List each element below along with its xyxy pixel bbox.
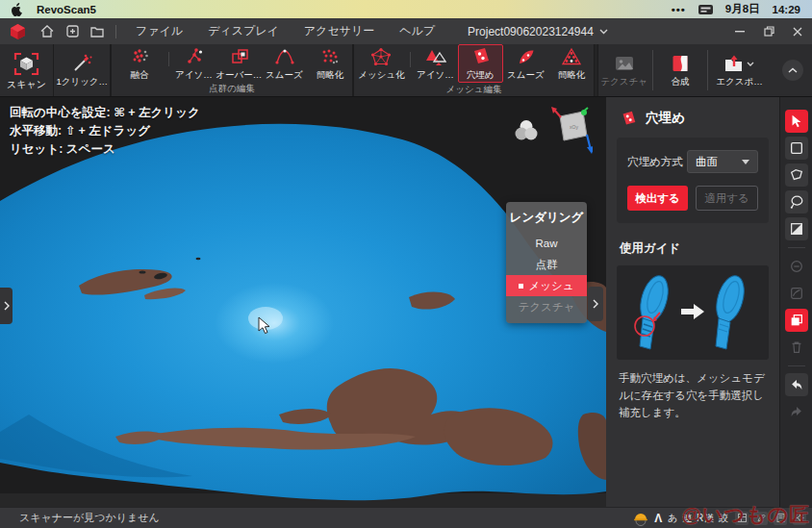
menu-help[interactable]: ヘルプ (399, 23, 435, 39)
menu-display[interactable]: ディスプレイ (208, 23, 279, 39)
ime-helmet-icon[interactable] (633, 511, 648, 526)
open-folder-icon[interactable] (85, 22, 110, 41)
menu-file[interactable]: ファイル (136, 23, 183, 39)
undo-button[interactable] (785, 373, 808, 396)
export-icon (723, 54, 745, 73)
new-project-icon[interactable] (60, 22, 85, 41)
menu-accessory[interactable]: アクセサリー (304, 23, 374, 39)
overlap-button[interactable]: オーバー… (216, 44, 262, 82)
hole-fill-panel: 穴埋め 穴埋め方式 曲面 検出する 適用する 使用ガイド (606, 97, 779, 507)
patch-tool-icon (789, 286, 804, 301)
point-smooth-button[interactable]: スムーズ (262, 44, 307, 82)
delete-button (785, 336, 808, 359)
usage-guide-image (617, 265, 769, 360)
fill-region-button (785, 282, 808, 305)
home-icon[interactable] (35, 22, 60, 41)
viewport-3d[interactable]: 回転の中心を設定: ⌘ + 左クリック 水平移動: ⇧ + 左ドラッグ リセット… (0, 97, 606, 507)
scan-button[interactable]: スキャン (0, 44, 54, 96)
mesh-edit-group: メッシュ化 アイソ… 穴埋め スムーズ 簡略化 メッシュ編集 (354, 44, 594, 96)
one-click-button[interactable]: 1クリック… (54, 44, 110, 96)
apple-logo-icon[interactable] (12, 3, 23, 16)
method-select[interactable]: 曲面 (687, 150, 758, 173)
menubar-date[interactable]: 9月8日 (725, 2, 760, 16)
method-label: 穴埋め方式 (627, 155, 683, 169)
ribbon-toolbar: スキャン 1クリック… 融合 アイソ… オーバー… スムーズ (0, 44, 812, 97)
meshify-button[interactable]: メッシュ化 (354, 44, 408, 83)
redo-icon (789, 404, 804, 419)
usage-guide-description: 手動穴埋めは、メッシュモデルに存在する穴を手動選択し補充します。 (619, 370, 767, 421)
smooth-mesh-icon (516, 47, 537, 66)
lasso-select-button[interactable] (785, 190, 808, 214)
panel-title: 穴埋め (646, 110, 685, 127)
hole-fill-button[interactable]: 穴埋め (458, 44, 503, 83)
mesh-simplify-button[interactable]: 簡略化 (548, 44, 594, 83)
scanner-status-message: スキャナーが見つかりません (0, 511, 160, 525)
macos-menubar: RevoScan5 ••• 9月8日 14:29 (0, 0, 812, 18)
lasso-icon (789, 194, 804, 210)
menubar-more-icon[interactable]: ••• (672, 4, 686, 15)
simplify-mesh-icon (561, 47, 582, 66)
texture-button: テクスチャ (598, 44, 650, 96)
mouse-cursor (258, 316, 270, 339)
project-selector[interactable]: Project09062023124944 (468, 25, 608, 38)
mesh-isolation-button[interactable]: アイソ… (413, 44, 458, 83)
hint-reset: リセット: スペース (10, 140, 200, 159)
app-menus: ファイル ディスプレイ アクセサリー ヘルプ (136, 23, 435, 39)
point-cloud-edit-group: 融合 アイソ… オーバー… スムーズ 簡略化 点群の編集 (112, 44, 352, 96)
group-label-mesh-edit: メッシュ編集 (354, 83, 594, 96)
usage-guide-title: 使用ガイド (620, 240, 766, 257)
rendering-option-raw[interactable]: Raw (506, 233, 587, 254)
right-panel-collapse-tab[interactable] (588, 287, 603, 321)
chevron-down-icon (747, 62, 754, 66)
rectangle-select-button[interactable] (785, 137, 808, 160)
rendering-option-pointcloud[interactable]: 点群 (506, 254, 587, 275)
trash-icon (789, 339, 804, 355)
rendering-option-texture: テクスチャ (506, 296, 587, 317)
apply-button[interactable]: 適用する (696, 186, 758, 211)
texture-icon (614, 54, 635, 73)
magic-wand-icon (71, 54, 92, 73)
hole-fill-settings-card: 穴埋め方式 曲面 検出する 適用する (617, 138, 769, 223)
point-isolation-button[interactable]: アイソ… (171, 44, 216, 82)
rendering-panel: レンダリング Raw 点群 メッシュ テクスチャ (506, 202, 587, 323)
restore-button[interactable] (754, 18, 783, 44)
selection-tool-rail (779, 97, 812, 507)
ribbon-collapse-button[interactable] (782, 60, 803, 81)
connected-region-button[interactable] (785, 309, 808, 332)
input-source-icon[interactable] (698, 4, 713, 15)
menubar-app-name[interactable]: RevoScan5 (37, 4, 96, 15)
polygon-select-button[interactable] (785, 163, 808, 187)
rectangle-icon (789, 140, 804, 156)
ime-caret-icon[interactable]: Λ (654, 512, 662, 525)
svg-text:xOy: xOy (570, 124, 578, 130)
titlebar-separator (115, 25, 116, 38)
navigation-cube[interactable]: xOy (548, 105, 593, 159)
export-button[interactable]: エクスポ… (710, 44, 768, 96)
minimize-button[interactable] (725, 18, 754, 44)
toolbar-separator (652, 50, 653, 90)
hole-fill-icon (470, 47, 492, 66)
select-cursor-button[interactable] (785, 110, 808, 133)
cursor-icon (789, 113, 804, 129)
fusion-button[interactable]: 融合 (112, 44, 166, 82)
rendering-title: レンダリング (506, 202, 587, 233)
chevron-right-icon (593, 299, 598, 309)
detect-button[interactable]: 検出する (627, 186, 688, 211)
light-widget-icon[interactable] (514, 118, 539, 147)
composite-button[interactable]: 合成 (655, 44, 705, 96)
overlap-icon (229, 47, 250, 66)
chevron-down-icon (599, 29, 608, 35)
rendering-option-mesh[interactable]: メッシュ (506, 275, 587, 296)
toolbar-separator (410, 52, 411, 67)
menubar-time[interactable]: 14:29 (773, 4, 800, 15)
overlapping-squares-icon (789, 313, 804, 328)
left-panel-expand-tab[interactable] (0, 288, 13, 324)
smooth-points-icon (274, 47, 295, 66)
simplify-points-icon (319, 47, 341, 66)
point-simplify-button[interactable]: 簡略化 (307, 44, 352, 82)
mesh-smooth-button[interactable]: スムーズ (503, 44, 548, 83)
close-button[interactable] (783, 18, 812, 44)
rail-divider (788, 365, 805, 366)
watermark: @いつもの匠 (682, 501, 810, 528)
invert-selection-button[interactable] (785, 217, 808, 240)
